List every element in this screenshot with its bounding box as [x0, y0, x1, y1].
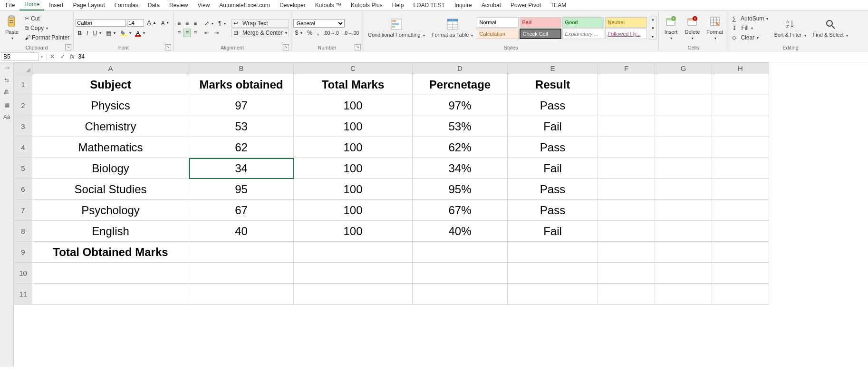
align-right-button[interactable]: ≡	[192, 29, 199, 37]
style-good[interactable]: Good	[562, 17, 604, 28]
style-neutral[interactable]: Neutral	[605, 17, 647, 28]
cell-G11[interactable]	[655, 284, 712, 305]
side-icon-4[interactable]: ▦	[3, 101, 10, 109]
alignment-launcher[interactable]: ↘	[283, 44, 289, 50]
cell-H5[interactable]	[712, 158, 769, 179]
align-left-button[interactable]: ≡	[175, 29, 183, 37]
row-header-4[interactable]: 4	[14, 137, 32, 158]
cell-C3[interactable]: 100	[294, 116, 413, 137]
row-header-11[interactable]: 11	[14, 284, 32, 305]
number-format-select[interactable]: General	[293, 19, 345, 28]
cell-F2[interactable]	[598, 95, 655, 116]
cell-G7[interactable]	[655, 200, 712, 221]
format-cells-button[interactable]: Format▾	[704, 14, 726, 42]
cell-B9[interactable]	[189, 242, 294, 263]
cell-D5[interactable]: 34%	[413, 158, 508, 179]
cell-D7[interactable]: 67%	[413, 200, 508, 221]
fill-button[interactable]: ↧ Fill▾	[730, 24, 770, 32]
side-icon-1[interactable]: ▭	[3, 64, 10, 72]
row-header-9[interactable]: 9	[14, 242, 32, 263]
cell-C2[interactable]: 100	[294, 95, 413, 116]
percent-format-button[interactable]: %	[305, 29, 314, 37]
cell-F4[interactable]	[598, 137, 655, 158]
cell-E2[interactable]: Pass	[508, 95, 598, 116]
align-middle-button[interactable]: ≡	[183, 19, 191, 28]
cell-H3[interactable]	[712, 116, 769, 137]
format-painter-button[interactable]: 🖌Format Painter	[23, 33, 71, 42]
sort-filter-button[interactable]: AZ Sort & Filter ▾	[771, 17, 809, 40]
cell-D4[interactable]: 62%	[413, 137, 508, 158]
cell-G3[interactable]	[655, 116, 712, 137]
clipboard-launcher[interactable]: ↘	[65, 44, 71, 50]
cell-E7[interactable]: Pass	[508, 200, 598, 221]
name-box[interactable]	[1, 52, 39, 61]
menu-tab-developer[interactable]: Developer	[275, 0, 310, 10]
text-direction-button[interactable]: ¶▾	[216, 19, 227, 28]
menu-tab-view[interactable]: View	[193, 0, 215, 10]
cell-A9[interactable]: Total Obtained Marks	[32, 242, 189, 263]
worksheet[interactable]: ABCDEFGH1SubjectMarks obtainedTotal Mark…	[14, 62, 769, 367]
cell-H2[interactable]	[712, 95, 769, 116]
clear-button[interactable]: ◇ Clear▾	[730, 33, 770, 42]
cell-B4[interactable]: 62	[189, 137, 294, 158]
cell-C7[interactable]: 100	[294, 200, 413, 221]
style-followed-hy-[interactable]: Followed Hy...	[605, 29, 647, 39]
cell-C11[interactable]	[294, 284, 413, 305]
cell-B8[interactable]: 40	[189, 221, 294, 242]
fx-icon[interactable]: fx	[70, 53, 74, 60]
cell-A10[interactable]	[32, 263, 189, 284]
row-header-10[interactable]: 10	[14, 263, 32, 284]
insert-cells-button[interactable]: + Insert▾	[661, 14, 681, 42]
menu-tab-team[interactable]: TEAM	[546, 0, 571, 10]
cell-H10[interactable]	[712, 263, 769, 284]
menu-tab-automateexcel-com[interactable]: AutomateExcel.com	[214, 0, 275, 10]
cell-E4[interactable]: Pass	[508, 137, 598, 158]
autosum-button[interactable]: ∑ AutoSum▾	[730, 14, 770, 23]
cell-F1[interactable]	[598, 74, 655, 95]
col-header-B[interactable]: B	[189, 63, 294, 74]
cell-E6[interactable]: Pass	[508, 179, 598, 200]
cell-C8[interactable]: 100	[294, 221, 413, 242]
col-header-H[interactable]: H	[712, 63, 769, 74]
format-as-table-button[interactable]: Format as Table ▾	[429, 17, 476, 40]
cell-C9[interactable]	[294, 242, 413, 263]
font-size-input[interactable]	[127, 19, 144, 27]
font-color-button[interactable]: A▾	[134, 29, 147, 38]
style-bad[interactable]: Bad	[520, 17, 561, 28]
style-check-cell[interactable]: Check Cell	[520, 29, 561, 39]
cell-C6[interactable]: 100	[294, 179, 413, 200]
italic-button[interactable]: I	[85, 29, 90, 38]
decrease-font-button[interactable]: A▼	[159, 19, 171, 27]
cell-B10[interactable]	[189, 263, 294, 284]
cell-C10[interactable]	[294, 263, 413, 284]
font-name-input[interactable]	[76, 19, 126, 27]
menu-tab-insert[interactable]: Insert	[44, 0, 68, 10]
row-header-8[interactable]: 8	[14, 221, 32, 242]
menu-tab-formulas[interactable]: Formulas	[110, 0, 143, 10]
cell-F9[interactable]	[598, 242, 655, 263]
cell-A1[interactable]: Subject	[32, 74, 189, 95]
cell-F5[interactable]	[598, 158, 655, 179]
merge-center-button[interactable]: ⊟ Merge & Center▾	[231, 29, 289, 37]
col-header-E[interactable]: E	[508, 63, 598, 74]
enter-formula-button[interactable]: ✓	[58, 53, 68, 60]
menu-tab-review[interactable]: Review	[164, 0, 193, 10]
row-header-5[interactable]: 5	[14, 158, 32, 179]
cell-E9[interactable]	[508, 242, 598, 263]
menu-tab-inquire[interactable]: Inquire	[450, 0, 477, 10]
conditional-formatting-button[interactable]: Conditional Formatting ▾	[365, 17, 428, 40]
side-icon-3[interactable]: 🖶	[3, 89, 10, 97]
cell-D9[interactable]	[413, 242, 508, 263]
cell-B11[interactable]	[189, 284, 294, 305]
underline-button[interactable]: U▾	[91, 29, 103, 38]
decrease-indent-button[interactable]: ⇤	[203, 29, 211, 37]
formula-input[interactable]	[76, 53, 868, 60]
cell-G1[interactable]	[655, 74, 712, 95]
cell-E8[interactable]: Fail	[508, 221, 598, 242]
cell-G8[interactable]	[655, 221, 712, 242]
cell-C4[interactable]: 100	[294, 137, 413, 158]
cell-B2[interactable]: 97	[189, 95, 294, 116]
cell-H1[interactable]	[712, 74, 769, 95]
cell-E10[interactable]	[508, 263, 598, 284]
increase-font-button[interactable]: A▲	[145, 18, 158, 27]
